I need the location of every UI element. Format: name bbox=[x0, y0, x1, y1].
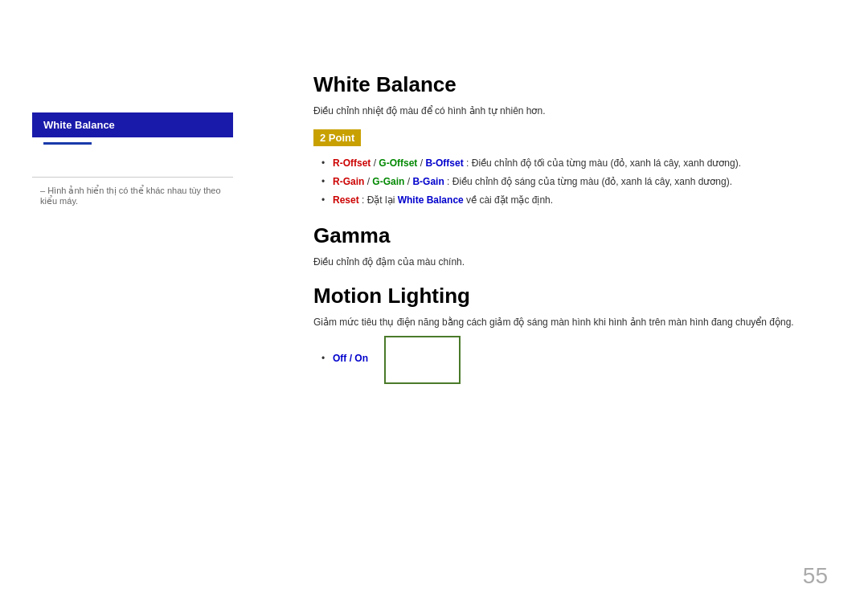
g-offset-label: G-Offset bbox=[379, 157, 417, 169]
r-offset-label: R-Offset bbox=[333, 157, 371, 169]
bullet-2-text2: về cài đặt mặc định. bbox=[466, 194, 553, 206]
sidebar-note: – Hình ảnh hiển thị có thể khác nhau tùy… bbox=[32, 186, 233, 206]
motion-lighting-desc: Giảm mức tiêu thụ điện năng bằng cách gi… bbox=[313, 317, 820, 328]
bullet-list-motion: Off / On bbox=[313, 351, 368, 370]
preview-box bbox=[384, 336, 461, 384]
motion-lighting-title: Motion Lighting bbox=[313, 284, 820, 309]
bullet-r-gain: R-Gain / G-Gain / B-Gain : Điều chỉnh độ… bbox=[321, 174, 820, 189]
sidebar-divider bbox=[32, 177, 233, 178]
b-offset-label: B-Offset bbox=[425, 157, 463, 169]
bullet-0-text: : Điều chỉnh độ tối của từng màu (đỏ, xa… bbox=[466, 157, 741, 169]
bullet-2-text: : Đặt lại bbox=[362, 194, 398, 206]
sidebar-menu-item-white-balance[interactable]: White Balance bbox=[32, 112, 233, 137]
reset-label: Reset bbox=[333, 194, 359, 206]
bullet-reset: Reset : Đặt lại White Balance về cài đặt… bbox=[321, 193, 820, 207]
off-on-label: Off / On bbox=[333, 353, 368, 364]
badge-2point: 2 Point bbox=[313, 129, 361, 146]
white-balance-inline-label: White Balance bbox=[398, 194, 464, 206]
white-balance-title: White Balance bbox=[313, 72, 820, 97]
g-gain-label: G-Gain bbox=[372, 176, 404, 187]
motion-lighting-section: Motion Lighting Giảm mức tiêu thụ điện n… bbox=[313, 284, 820, 384]
gamma-title: Gamma bbox=[313, 223, 820, 248]
gamma-desc: Điều chỉnh độ đậm của màu chính. bbox=[313, 256, 820, 268]
bullet-r-offset: R-Offset / G-Offset / B-Offset : Điều ch… bbox=[321, 156, 820, 170]
off-on-container: Off / On bbox=[313, 336, 820, 384]
main-content: White Balance Điều chỉnh nhiệt độ màu để… bbox=[265, 0, 868, 613]
r-gain-label: R-Gain bbox=[333, 176, 364, 187]
page-container: White Balance – Hình ảnh hiển thị có thể… bbox=[0, 0, 868, 613]
white-balance-desc: Điều chỉnh nhiệt độ màu để có hình ảnh t… bbox=[313, 105, 820, 116]
bullet-list-white-balance: R-Offset / G-Offset / B-Offset : Điều ch… bbox=[313, 156, 820, 207]
bullet-off-on: Off / On bbox=[321, 351, 368, 366]
b-gain-label: B-Gain bbox=[412, 176, 444, 187]
sidebar: White Balance – Hình ảnh hiển thị có thể… bbox=[0, 0, 265, 613]
bullet-1-text: : Điều chỉnh độ sáng của từng màu (đỏ, x… bbox=[447, 176, 732, 187]
page-number: 55 bbox=[803, 563, 828, 589]
gamma-section: Gamma Điều chỉnh độ đậm của màu chính. bbox=[313, 223, 820, 268]
sidebar-underline bbox=[43, 142, 92, 145]
white-balance-section: White Balance Điều chỉnh nhiệt độ màu để… bbox=[313, 72, 820, 207]
